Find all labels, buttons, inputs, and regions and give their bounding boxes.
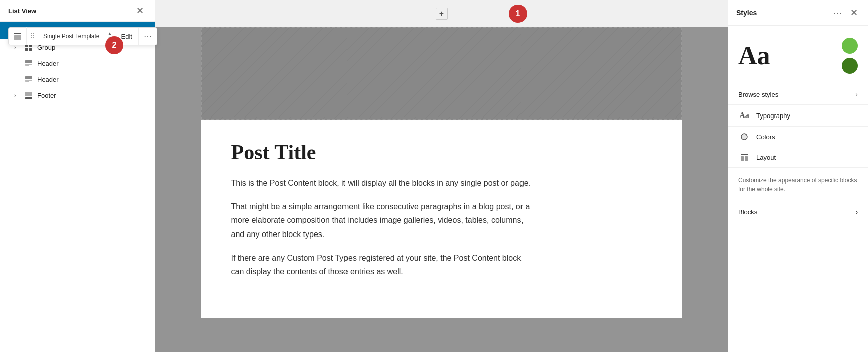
canvas-scroll[interactable]: Post Title This is the Post Content bloc… — [155, 27, 728, 318]
blocks-chevron: › — [856, 208, 858, 216]
styles-title: Styles — [736, 9, 757, 17]
styles-header: Styles ⋯ ✕ — [728, 0, 868, 26]
styles-close-button[interactable]: ✕ — [848, 6, 860, 19]
svg-rect-5 — [29, 48, 32, 51]
svg-rect-10 — [25, 80, 32, 81]
svg-rect-12 — [25, 92, 32, 96]
svg-rect-18 — [745, 156, 748, 161]
template-block-preview — [201, 27, 682, 120]
list-view-header: List View ✕ — [0, 0, 155, 22]
header-2-icon — [24, 75, 33, 84]
typography-row[interactable]: Aa Typography — [728, 105, 868, 127]
colors-label: Colors — [756, 133, 858, 141]
canvas-frame: Post Title This is the Post Content bloc… — [201, 27, 682, 318]
browse-styles-row[interactable]: Browse styles › — [728, 84, 868, 105]
svg-rect-4 — [25, 48, 28, 51]
colors-preview — [842, 38, 858, 74]
blocks-label: Blocks — [738, 208, 757, 216]
add-block-button[interactable]: + — [436, 8, 448, 20]
list-view-title: List View — [8, 7, 36, 15]
right-panel: Styles ⋯ ✕ Aa Browse styles › Aa Typogra… — [728, 0, 868, 352]
colors-row[interactable]: Colors — [728, 127, 868, 147]
badge-1: 1 — [509, 5, 527, 23]
svg-rect-8 — [25, 65, 29, 66]
styles-more-options-button[interactable]: ⋯ — [831, 6, 844, 19]
typography-icon: Aa — [738, 111, 750, 120]
layout-row[interactable]: Layout — [728, 147, 868, 168]
post-content-p3: If there are any Custom Post Types regis… — [231, 251, 532, 278]
close-list-view-button[interactable]: ✕ — [133, 5, 147, 16]
layout-label: Layout — [756, 154, 858, 161]
footer-chevron: › — [14, 92, 22, 98]
secondary-color-swatch — [842, 58, 858, 74]
header-1-label: Header — [37, 60, 59, 67]
svg-rect-7 — [25, 64, 32, 65]
post-content-p2: That might be a simple arrangement like … — [231, 200, 532, 241]
colors-icon — [738, 133, 750, 141]
tree-item-header-1[interactable]: Header — [0, 55, 155, 71]
styles-preview: Aa — [728, 26, 868, 84]
canvas-header-bar: + 1 — [155, 0, 728, 27]
block-toolbar: ⠿ Single Post Template ▲ ▼ Edit ⋯ — [155, 27, 157, 45]
styles-actions: ⋯ ✕ — [831, 6, 860, 19]
typography-label: Typography — [756, 112, 858, 120]
post-content-p1: This is the Post Content block, it will … — [231, 176, 532, 190]
svg-rect-13 — [25, 97, 32, 99]
svg-rect-6 — [25, 60, 32, 63]
main-canvas: + 1 ⠿ Single Post Template ▲ ▼ Edit ⋯ 2 — [155, 0, 728, 352]
typography-preview: Aa — [738, 43, 770, 69]
header-1-icon — [24, 59, 33, 68]
svg-rect-17 — [741, 156, 744, 161]
post-title: Post Title — [231, 140, 652, 164]
svg-rect-11 — [25, 81, 29, 82]
post-content-area: Post Title This is the Post Content bloc… — [201, 120, 682, 308]
primary-color-swatch — [842, 38, 858, 54]
tree-item-header-2[interactable]: Header — [0, 71, 155, 87]
header-2-label: Header — [37, 76, 59, 83]
canvas-outer: Post Title This is the Post Content bloc… — [155, 27, 728, 352]
left-panel: List View ✕ Single Post Template ⋮ › Gro… — [0, 0, 155, 352]
layout-icon — [738, 153, 750, 161]
blocks-row[interactable]: Blocks › — [728, 202, 868, 222]
footer-label: Footer — [37, 92, 56, 99]
browse-styles-label: Browse styles — [738, 91, 855, 98]
browse-styles-chevron: › — [855, 90, 858, 98]
more-options-button[interactable]: ⋯ — [155, 28, 157, 45]
post-content-block: This is the Post Content block, it will … — [231, 176, 652, 278]
svg-rect-16 — [741, 154, 748, 155]
tree-item-footer[interactable]: › Footer — [0, 87, 155, 103]
footer-icon — [24, 91, 33, 100]
svg-rect-9 — [25, 76, 32, 79]
customize-text: Customize the appearance of specific blo… — [728, 168, 868, 202]
